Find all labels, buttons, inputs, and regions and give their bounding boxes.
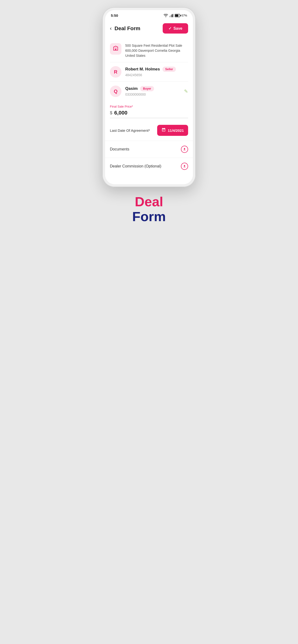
bottom-title-deal: Deal (132, 194, 166, 209)
property-avatar (110, 43, 121, 54)
check-icon: ✓ (169, 26, 172, 31)
seller-phone: 484245656 (125, 73, 142, 77)
app-header: ‹ Deal Form ✓ Save (105, 20, 193, 38)
bottom-title-form: Form (132, 209, 166, 224)
back-arrow-icon: ‹ (110, 26, 112, 32)
buyer-info: Qasim Buyer 03330000000 (125, 86, 180, 96)
property-description: 500 Square Feet Residential Plot Sale 60… (125, 43, 188, 58)
svg-rect-1 (170, 15, 171, 17)
documents-section[interactable]: Documents (105, 141, 193, 158)
status-icons: 67% (164, 14, 187, 17)
currency-symbol: $ (110, 110, 112, 116)
svg-rect-7 (115, 48, 115, 48)
seller-name: Robert M. Holmes (125, 67, 160, 72)
bottom-title: Deal Form (132, 194, 166, 224)
buyer-avatar: Q (110, 86, 121, 97)
status-time: 5:50 (111, 14, 118, 18)
svg-rect-9 (115, 49, 115, 49)
dealer-commission-section[interactable]: Dealer Commission (Optional) (105, 158, 193, 175)
buyer-row: Q Qasim Buyer 03330000000 ✎ (105, 82, 193, 101)
header-left: ‹ Deal Form (109, 24, 140, 32)
final-sale-price-section: Final Sale Price* $ 6,000 (105, 101, 193, 120)
phone-screen: 5:50 (105, 10, 193, 184)
property-info: 500 Square Feet Residential Plot Sale 60… (125, 43, 188, 58)
seller-info: Robert M. Holmes Seller 484245656 (125, 66, 188, 77)
battery-percent: 67% (181, 14, 187, 17)
seller-row: R Robert M. Holmes Seller 484245656 (105, 62, 193, 82)
price-value: 6,000 (114, 110, 127, 116)
buyer-name-row: Qasim Buyer (125, 86, 180, 91)
svg-rect-5 (180, 15, 181, 16)
svg-rect-10 (116, 49, 116, 49)
back-button[interactable]: ‹ (109, 24, 112, 32)
content-area: 500 Square Feet Residential Plot Sale 60… (105, 38, 193, 184)
seller-role-badge: Seller (163, 66, 176, 72)
phone-frame: 5:50 (102, 7, 196, 187)
documents-download-icon[interactable] (181, 146, 188, 153)
dealer-commission-icon[interactable] (181, 163, 188, 170)
battery-icon: 67% (175, 14, 187, 17)
agreement-date-value: 11/4/2021 (168, 128, 184, 132)
documents-label: Documents (110, 147, 129, 152)
dealer-commission-label: Dealer Commission (Optional) (110, 164, 161, 168)
seller-avatar: R (110, 66, 121, 78)
wifi-icon (164, 14, 168, 17)
edit-buyer-icon[interactable]: ✎ (184, 88, 188, 94)
svg-rect-2 (172, 14, 172, 17)
buyer-name: Qasim (125, 86, 138, 91)
page-title: Deal Form (114, 26, 140, 32)
building-icon (112, 45, 119, 53)
agreement-date-label: Last Date Of Agreement* (110, 128, 150, 132)
save-label: Save (174, 26, 182, 31)
buyer-role-badge: Buyer (140, 86, 154, 91)
status-bar: 5:50 (105, 10, 193, 20)
svg-rect-0 (169, 16, 170, 17)
price-input-row[interactable]: $ 6,000 (110, 110, 188, 118)
property-row: 500 Square Feet Residential Plot Sale 60… (105, 39, 193, 62)
calendar-icon (162, 128, 166, 133)
price-label: Final Sale Price* (110, 105, 188, 108)
agreement-date-row: Last Date Of Agreement* 11/4/2021 (105, 120, 193, 141)
svg-rect-6 (175, 14, 178, 16)
date-picker-button[interactable]: 11/4/2021 (157, 125, 188, 136)
svg-rect-8 (116, 48, 116, 48)
buyer-phone: 03330000000 (125, 92, 146, 96)
svg-rect-3 (173, 14, 173, 17)
save-button[interactable]: ✓ Save (163, 23, 188, 34)
seller-name-row: Robert M. Holmes Seller (125, 66, 188, 72)
signal-icon (169, 14, 173, 17)
